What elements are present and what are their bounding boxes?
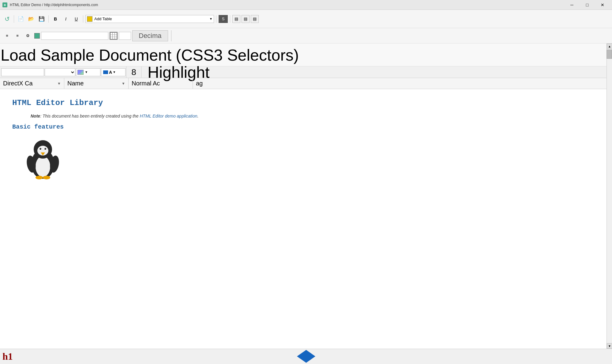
svg-point-14 [43, 176, 50, 179]
section-title: Basic features [12, 123, 594, 130]
color-swatch [103, 70, 108, 74]
save-file-button[interactable]: 💾 [37, 15, 46, 23]
vertical-scrollbar[interactable]: ▲ ▼ [606, 43, 612, 349]
align-right-icon: ▤ [253, 17, 257, 21]
align-left-icon: ▤ [235, 17, 238, 21]
col-name-sort: ▼ [122, 81, 125, 86]
editor-panel: Load Sample Document (CSS3 Selectors) ▼ … [0, 43, 606, 349]
align-center-button[interactable]: ▤ [242, 15, 250, 23]
add-table-dropdown[interactable]: Add Table ▼ [85, 15, 214, 23]
separator-3 [83, 15, 83, 23]
separator-4 [216, 15, 216, 23]
style-input[interactable] [1, 68, 44, 76]
green-arrow-button[interactable]: ↺ [2, 15, 12, 23]
number-cell: 8 [126, 66, 141, 78]
chevron-down-icon: ▼ [209, 17, 212, 21]
svg-point-9 [45, 148, 45, 149]
col-directx-sort: ▼ [57, 81, 61, 86]
list-icon-button-2[interactable]: ≡ [13, 32, 22, 40]
col-directx: DirectX Ca ▼ [0, 78, 64, 89]
style-select[interactable] [45, 68, 75, 76]
table-grid-button[interactable] [110, 32, 118, 40]
title-bar: ◈ HTML Editor Demo / http://delphihtmlco… [0, 0, 612, 10]
status-bar: h1 [0, 349, 612, 364]
col-name: Name ▼ [64, 78, 129, 89]
col-ag: ag [193, 78, 223, 89]
new-file-icon: 📄 [18, 16, 24, 22]
col-directx-label: DirectX Ca [3, 80, 33, 87]
table-header-row: DirectX Ca ▼ Name ▼ Normal Ac ag [0, 78, 606, 89]
align-center-icon: ▤ [244, 17, 247, 21]
font-family-input[interactable] [41, 32, 108, 40]
separator-v [171, 30, 171, 41]
scroll-down-button[interactable]: ▼ [607, 343, 612, 349]
wrench-button[interactable]: ⚙ [23, 32, 32, 40]
note-suffix: . [197, 114, 199, 118]
wrench-icon: ⚙ [26, 33, 30, 38]
status-h1-label: h1 [2, 351, 13, 362]
note-text: : This document has been entirely create… [40, 114, 140, 118]
list-icon-button-1[interactable]: ≡ [2, 32, 12, 40]
svg-point-5 [39, 148, 41, 150]
img-dropdown[interactable]: ▼ [76, 68, 100, 76]
col-normal-label: Normal Ac [132, 80, 160, 87]
toolbar-row-2: ≡ ≡ ⚙ Decima [0, 28, 612, 43]
col-normal: Normal Ac [129, 78, 193, 89]
green-arrow-icon: ↺ [5, 15, 10, 23]
open-file-button[interactable]: 📂 [27, 15, 36, 23]
bold-button[interactable]: B [51, 15, 60, 23]
note-bold: Note: This document has been entirely cr… [31, 114, 198, 118]
separator-2 [48, 15, 49, 23]
align-right-button[interactable]: ▤ [251, 15, 259, 23]
separator-5 [230, 15, 230, 23]
chevron-down-icon-3: ▼ [113, 70, 116, 74]
underline-button[interactable]: U [72, 15, 81, 23]
svg-point-1 [36, 156, 50, 177]
load-sample-heading: Load Sample Document (CSS3 Selectors) [1, 43, 299, 66]
toolbar-row-1: ↺ 📄 📂 💾 B I U Add Table ▼ S ▤ ▤ ▤ [0, 10, 612, 28]
img-icon [77, 70, 84, 75]
color-indicator [34, 33, 40, 39]
dropdown-label: Add Table [94, 17, 209, 21]
note-link[interactable]: HTML Editor demo application [140, 114, 197, 118]
svg-point-6 [40, 148, 40, 149]
chevron-down-icon-2: ▼ [85, 70, 88, 74]
list-icon-1: ≡ [6, 33, 8, 38]
window-title: HTML Editor Demo / http://delphihtmlcomp… [10, 3, 98, 7]
col-ag-label: ag [196, 80, 203, 87]
svg-point-13 [36, 176, 43, 179]
note-prefix: Note [31, 114, 40, 118]
blue-marker-container [297, 350, 315, 364]
document-content: HTML Editor Library Note: This document … [0, 89, 606, 189]
column-count-input[interactable] [119, 32, 131, 40]
decima-button[interactable]: Decima [132, 30, 168, 41]
highlight-label: Highlight [142, 64, 209, 80]
app-icon: ◈ [2, 2, 7, 7]
editor-inner-toolbar: ▼ A ▼ 8 Highlight [0, 66, 606, 78]
open-file-icon: 📂 [28, 16, 34, 22]
font-color-label: A [109, 70, 112, 75]
save-file-icon: 💾 [39, 16, 45, 22]
title-bar-left: ◈ HTML Editor Demo / http://delphihtmlco… [2, 2, 98, 7]
window-controls: ─ □ ✕ [565, 0, 610, 10]
separator-1 [14, 15, 14, 23]
close-button[interactable]: ✕ [595, 0, 610, 10]
maximize-button[interactable]: □ [580, 0, 594, 10]
color-a-dropdown[interactable]: A ▼ [101, 68, 126, 76]
italic-button[interactable]: I [61, 15, 70, 23]
dropdown-icon [87, 16, 92, 22]
svg-marker-15 [297, 350, 315, 363]
minimize-button[interactable]: ─ [565, 0, 579, 10]
align-left-button[interactable]: ▤ [232, 15, 240, 23]
doc-title: HTML Editor Library [12, 98, 594, 107]
doc-note: Note: This document has been entirely cr… [31, 114, 594, 118]
new-file-button[interactable]: 📄 [16, 15, 25, 23]
s-button[interactable]: S [219, 15, 228, 23]
penguin-image [24, 137, 61, 179]
svg-point-8 [44, 148, 46, 150]
scroll-up-button[interactable]: ▲ [607, 43, 612, 49]
list-icon-2: ≡ [16, 33, 19, 38]
content-area: Load Sample Document (CSS3 Selectors) ▼ … [0, 43, 612, 349]
blue-diamond-icon [297, 350, 315, 363]
scroll-thumb[interactable] [606, 50, 612, 59]
